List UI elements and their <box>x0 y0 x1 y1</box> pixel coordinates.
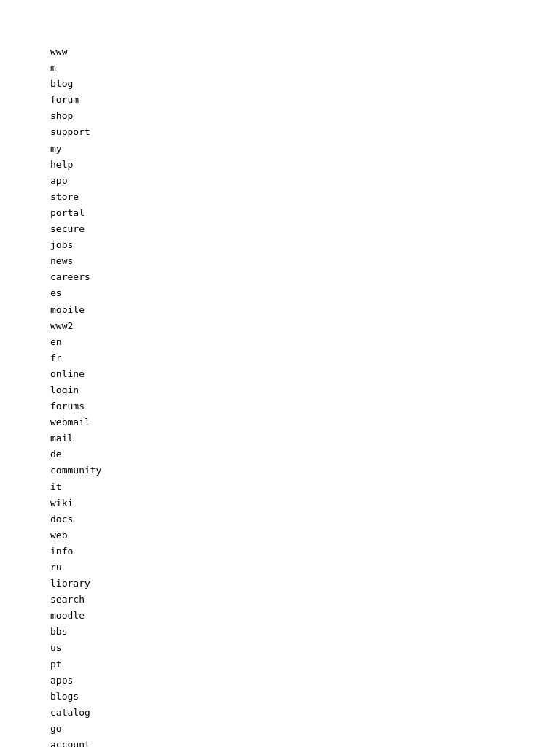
list-item: online <box>50 366 560 382</box>
list-item: wiki <box>50 495 560 511</box>
list-item: info <box>50 543 560 560</box>
list-item: en <box>50 334 560 350</box>
list-item: mobile <box>50 302 560 318</box>
list-item: careers <box>50 269 560 285</box>
list-item: moodle <box>50 608 560 624</box>
list-item: apps <box>50 673 560 689</box>
subdomain-list: wwwmblogforumshopsupportmyhelpappstorepo… <box>50 44 560 747</box>
list-item: forums <box>50 398 560 414</box>
list-item: webmail <box>50 414 560 430</box>
list-item: library <box>50 576 560 592</box>
list-item: forum <box>50 92 560 108</box>
list-item: go <box>50 721 560 737</box>
list-item: ru <box>50 560 560 576</box>
list-item: us <box>50 640 560 656</box>
list-item: support <box>50 124 560 140</box>
list-item: catalog <box>50 705 560 721</box>
list-item: bbs <box>50 624 560 640</box>
list-item: jobs <box>50 237 560 253</box>
list-item: www2 <box>50 318 560 334</box>
list-item: web <box>50 527 560 543</box>
list-item: app <box>50 173 560 189</box>
list-item: store <box>50 189 560 205</box>
list-item: blogs <box>50 689 560 705</box>
list-item: my <box>50 141 560 157</box>
list-item: pt <box>50 657 560 673</box>
list-item: account <box>50 737 560 747</box>
list-item: portal <box>50 205 560 221</box>
list-item: it <box>50 479 560 495</box>
list-item: shop <box>50 108 560 124</box>
list-item: mail <box>50 430 560 446</box>
list-item: www <box>50 44 560 60</box>
list-item: blog <box>50 76 560 92</box>
list-item: es <box>50 285 560 301</box>
list-item: help <box>50 157 560 173</box>
list-item: community <box>50 462 560 479</box>
list-item: news <box>50 253 560 269</box>
list-item: login <box>50 382 560 398</box>
list-item: fr <box>50 350 560 366</box>
list-item: search <box>50 592 560 608</box>
list-item: docs <box>50 511 560 527</box>
list-item: de <box>50 446 560 462</box>
list-item: secure <box>50 221 560 237</box>
list-item: m <box>50 60 560 76</box>
